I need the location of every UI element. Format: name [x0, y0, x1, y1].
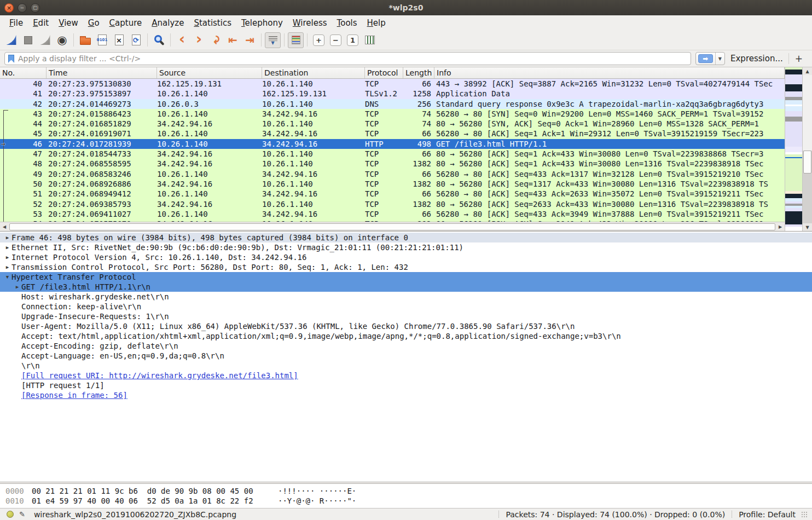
vscroll-track[interactable]: [803, 75, 812, 223]
column-header-info[interactable]: Info: [434, 67, 785, 78]
vscroll-up-arrow-icon[interactable]: ▲: [803, 67, 812, 75]
column-header-time[interactable]: Time: [47, 67, 157, 78]
detail-row-7[interactable]: Connection: keep-alive\r\n: [0, 302, 812, 311]
detail-row-5[interactable]: ▶GET /file3.html HTTP/1.1\r\n: [0, 282, 812, 292]
capture-options-icon[interactable]: ◉: [54, 32, 70, 48]
last-packet-icon[interactable]: ⇥: [242, 32, 258, 48]
menu-view[interactable]: View: [54, 17, 83, 29]
menu-capture[interactable]: Capture: [105, 17, 147, 29]
menu-statistics[interactable]: Statistics: [189, 17, 236, 29]
find-packet-icon[interactable]: [151, 32, 167, 48]
go-to-packet-icon[interactable]: ↷: [208, 32, 224, 48]
packet-row-42[interactable]: 4220:27:24.01446927310.26.0.310.26.1.140…: [0, 99, 785, 109]
detail-row-1[interactable]: ▶Ethernet II, Src: RivetNet_de:90:9b (9c…: [0, 242, 812, 252]
profile-label[interactable]: Profile: Default: [739, 510, 796, 519]
apply-filter-arrow-icon[interactable]: ➡: [698, 54, 713, 63]
packet-row-46[interactable]: 4620:27:24.01728193910.26.1.14034.242.94…: [0, 139, 785, 149]
expand-arrow-icon[interactable]: ▶: [3, 262, 11, 272]
packet-row-50[interactable]: 5020:27:24.06892688634.242.94.1610.26.1.…: [0, 179, 785, 189]
packet-row-41[interactable]: 4120:27:23.97515389710.26.1.140162.125.1…: [0, 89, 785, 99]
menu-tools[interactable]: Tools: [332, 17, 362, 29]
capture-start-icon[interactable]: [3, 32, 19, 48]
resize-grip[interactable]: [801, 511, 808, 518]
detail-row-8[interactable]: Upgrade-Insecure-Requests: 1\r\n: [0, 311, 812, 321]
reload-capture-icon[interactable]: ⟳: [128, 32, 144, 48]
vscroll-thumb[interactable]: [803, 151, 811, 174]
zoom-out-icon[interactable]: −: [328, 32, 344, 48]
detail-row-12[interactable]: Accept-Language: en-US,en;q=0.9,da;q=0.8…: [0, 351, 812, 361]
menu-telephony[interactable]: Telephony: [236, 17, 288, 29]
column-header-no[interactable]: No.: [0, 67, 47, 78]
packet-row-53[interactable]: 5320:27:24.06941102710.26.1.14034.242.94…: [0, 209, 785, 219]
column-header-destination[interactable]: Destination: [262, 67, 365, 78]
vscroll-down-arrow-icon[interactable]: ▼: [803, 223, 812, 231]
close-capture-icon[interactable]: ×: [111, 32, 127, 48]
column-header-length[interactable]: Length: [403, 67, 434, 78]
open-capture-icon[interactable]: [77, 32, 93, 48]
next-packet-icon[interactable]: ›: [191, 32, 207, 48]
collapse-arrow-icon[interactable]: ▼: [3, 272, 11, 282]
detail-row-4[interactable]: ▼Hypertext Transfer Protocol: [0, 272, 812, 282]
normal-size-icon[interactable]: 1: [345, 32, 361, 48]
filter-history-caret-icon[interactable]: ▼: [715, 53, 724, 65]
expand-arrow-icon[interactable]: ▶: [3, 233, 11, 242]
previous-packet-icon[interactable]: ‹: [174, 32, 190, 48]
detail-row-9[interactable]: User-Agent: Mozilla/5.0 (X11; Linux x86_…: [0, 321, 812, 331]
expert-info-icon[interactable]: [7, 511, 14, 518]
window-maximize-button[interactable]: ▢: [31, 3, 40, 13]
detail-row-3[interactable]: ▶Transmission Control Protocol, Src Port…: [0, 262, 812, 272]
detail-row-16[interactable]: [Response in frame: 56]: [0, 390, 812, 400]
expand-arrow-icon[interactable]: ▶: [13, 282, 21, 292]
detail-row-10[interactable]: Accept: text/html,application/xhtml+xml,…: [0, 331, 812, 341]
packet-row-49[interactable]: 4920:27:24.06858324610.26.1.14034.242.94…: [0, 169, 785, 179]
save-capture-icon[interactable]: 0101: [94, 32, 110, 48]
detail-row-6[interactable]: Host: wireshark.grydeske.net\r\n: [0, 292, 812, 302]
expand-arrow-icon[interactable]: ▶: [3, 252, 11, 262]
packet-row-48[interactable]: 4820:27:24.06855859534.242.94.1610.26.1.…: [0, 159, 785, 169]
colorize-packets-icon[interactable]: [288, 32, 304, 48]
packet-row-44[interactable]: 4420:27:24.01685182934.242.94.1610.26.1.…: [0, 119, 785, 129]
hex-row-0010[interactable]: 001001 e4 59 97 40 00 40 06 52 d5 0a 1a …: [0, 496, 812, 506]
menu-edit[interactable]: Edit: [28, 17, 54, 29]
detail-row-11[interactable]: Accept-Encoding: gzip, deflate\r\n: [0, 341, 812, 351]
zoom-in-icon[interactable]: +: [311, 32, 327, 48]
packet-row-45[interactable]: 4520:27:24.01691907110.26.1.14034.242.94…: [0, 129, 785, 138]
packet-row-43[interactable]: 4320:27:24.01588642310.26.1.14034.242.94…: [0, 109, 785, 119]
capture-comment-icon[interactable]: ✎: [19, 510, 25, 518]
hex-row-0000[interactable]: 000000 21 21 21 01 11 9c b6 d0 de 90 9b …: [0, 486, 812, 496]
menu-go[interactable]: Go: [83, 17, 105, 29]
expression-button[interactable]: Expression...: [729, 54, 784, 63]
hscroll-left-arrow-icon[interactable]: ◀: [0, 224, 9, 229]
apply-filter-button[interactable]: ➡ ▼: [695, 52, 725, 65]
packet-list-minimap[interactable]: [785, 67, 802, 231]
menu-wireless[interactable]: Wireless: [288, 17, 332, 29]
resize-columns-icon[interactable]: [362, 32, 378, 48]
capture-restart-icon[interactable]: [37, 32, 53, 48]
packet-list-hscrollbar[interactable]: ◀ ▶: [0, 222, 785, 231]
capture-stop-icon[interactable]: [20, 32, 36, 48]
menu-file[interactable]: File: [4, 17, 28, 29]
packet-row-51[interactable]: 5120:27:24.06894941210.26.1.14034.242.94…: [0, 189, 785, 199]
auto-scroll-icon[interactable]: [265, 32, 281, 48]
detail-row-15[interactable]: [HTTP request 1/1]: [0, 380, 812, 390]
first-packet-icon[interactable]: ⇤: [225, 32, 241, 48]
column-header-protocol[interactable]: Protocol: [365, 67, 403, 78]
menu-help[interactable]: Help: [362, 17, 391, 29]
expand-arrow-icon[interactable]: ▶: [3, 242, 11, 252]
packet-list-vscrollbar[interactable]: ▲ ▼: [802, 67, 812, 231]
column-header-source[interactable]: Source: [157, 67, 262, 78]
packet-row-40[interactable]: 4020:27:23.975130830162.125.19.13110.26.…: [0, 79, 785, 89]
filter-bookmark-icon[interactable]: [8, 55, 14, 63]
detail-row-0[interactable]: ▶Frame 46: 498 bytes on wire (3984 bits)…: [0, 233, 812, 242]
menu-analyze[interactable]: Analyze: [147, 17, 189, 29]
packet-row-47[interactable]: 4720:27:24.01854473334.242.94.1610.26.1.…: [0, 149, 785, 159]
window-close-button[interactable]: ×: [4, 3, 14, 13]
detail-row-2[interactable]: ▶Internet Protocol Version 4, Src: 10.26…: [0, 252, 812, 262]
detail-row-14[interactable]: [Full request URI: http://wireshark.gryd…: [0, 371, 812, 380]
hscroll-right-arrow-icon[interactable]: ▶: [776, 224, 785, 229]
hscroll-thumb[interactable]: [9, 223, 775, 230]
detail-row-13[interactable]: \r\n: [0, 361, 812, 371]
display-filter-input[interactable]: Apply a display filter ... <Ctrl-/>: [4, 52, 691, 65]
packet-row-52[interactable]: 5220:27:24.06938579334.242.94.1610.26.1.…: [0, 199, 785, 209]
add-filter-button[interactable]: +: [788, 53, 808, 64]
